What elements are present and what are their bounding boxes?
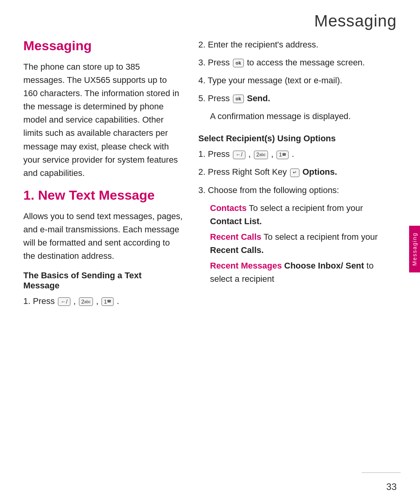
- sel-step2-prefix: 2. Press Right Soft Key: [198, 167, 287, 177]
- right-step5-bold: Send.: [247, 93, 270, 103]
- right-step5-prefix: 5. Press: [198, 93, 230, 103]
- right-step-4: 4. Type your message (text or e-mail).: [198, 74, 397, 87]
- left-step-1: 1. Press ←/ , 2abc , 1☎ .: [23, 295, 183, 308]
- right-step-2: 2. Enter the recipient's address.: [198, 38, 397, 51]
- basics-heading: The Basics of Sending a Text Message: [23, 270, 183, 291]
- key-2abc: 2abc: [79, 297, 93, 306]
- recent-calls-option: Recent Calls To select a recipient from …: [210, 230, 397, 257]
- key-ok-step3: ok: [233, 59, 244, 67]
- sel-step1-prefix: 1. Press: [198, 149, 230, 159]
- sel-key-back: ←/: [233, 151, 245, 159]
- messaging-intro: The phone can store up to 385 messages. …: [23, 60, 183, 180]
- left-column: Messaging The phone can store up to 385 …: [23, 38, 183, 313]
- sidebar-tab-label: Messaging: [411, 232, 418, 266]
- key-1icon: 1☎: [102, 297, 114, 306]
- sel-key-1icon: 1☎: [276, 151, 289, 159]
- sel-step-3: 3. Choose from the following options:: [198, 184, 397, 197]
- right-step-3: 3. Press ok to access the message screen…: [198, 56, 397, 69]
- select-recipients-heading: Select Recipient(s) Using Options: [198, 133, 397, 144]
- key-ok-step5: ok: [233, 95, 244, 103]
- bottom-divider: [362, 472, 401, 473]
- sel-step-1: 1. Press ←/ , 2abc , 1☎ .: [198, 148, 397, 161]
- sel-step1-suffix: .: [292, 149, 294, 159]
- left-step1-prefix: 1. Press: [23, 296, 55, 306]
- page-number: 33: [386, 481, 397, 492]
- page-header-title: Messaging: [0, 0, 420, 38]
- sidebar-tab: Messaging: [409, 226, 420, 272]
- confirmation-text: A confirmation message is displayed.: [210, 110, 397, 123]
- sel-key-2abc: 2abc: [254, 151, 268, 159]
- sel-step2-bold: Options.: [303, 167, 337, 177]
- right-column: 2. Enter the recipient's address. 3. Pre…: [198, 38, 397, 313]
- right-step3-prefix: 3. Press: [198, 58, 230, 67]
- left-step1-suffix: .: [117, 296, 119, 306]
- right-step-5: 5. Press ok Send.: [198, 92, 397, 105]
- key-back-icon: ←/: [58, 297, 70, 306]
- sel-step-2: 2. Press Right Soft Key ↵ Options.: [198, 165, 397, 179]
- new-text-message-body: Allows you to send text messages, pages,…: [23, 210, 183, 263]
- soft-right-key-icon: ↵: [290, 169, 299, 177]
- new-text-message-title: 1. New Text Message: [23, 188, 183, 203]
- recent-messages-option: Recent Messages Choose Inbox/ Sent to se…: [210, 259, 397, 286]
- messaging-section-title: Messaging: [23, 38, 183, 53]
- right-step3-suffix: to access the message screen.: [247, 58, 365, 67]
- contacts-option: Contacts To select a recipient from your…: [210, 202, 397, 228]
